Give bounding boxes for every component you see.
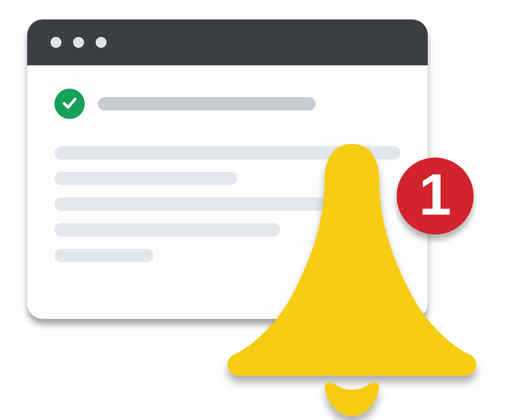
- notification-count: 1: [419, 165, 451, 224]
- success-check-badge: [54, 89, 85, 119]
- text-line-placeholder: [54, 172, 237, 185]
- checkmark-icon: [61, 94, 78, 113]
- window-control-dot[interactable]: [51, 37, 61, 48]
- window-titlebar: [27, 19, 428, 65]
- illustration-stage: 1: [0, 0, 523, 420]
- window-control-dot[interactable]: [96, 37, 107, 48]
- text-line-placeholder: [54, 249, 154, 262]
- window-control-dot[interactable]: [73, 37, 84, 48]
- bell-icon: [227, 411, 476, 417]
- heading-placeholder: [98, 97, 316, 110]
- heading-row: [54, 89, 401, 119]
- notification-count-badge[interactable]: 1: [397, 158, 474, 234]
